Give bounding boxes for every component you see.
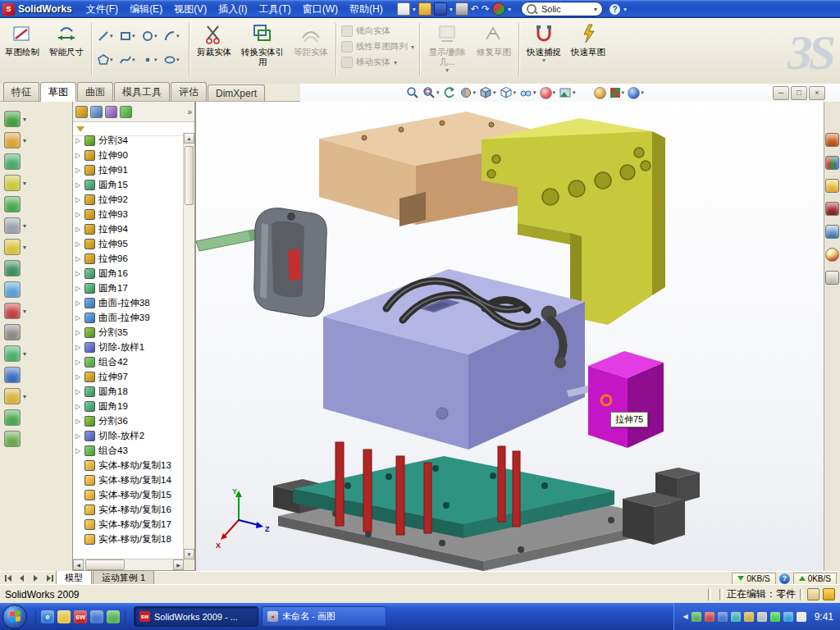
left-toolbar-item[interactable] xyxy=(0,258,72,279)
expand-arrow-icon[interactable]: ▷ xyxy=(75,167,84,174)
feature-tree-item[interactable]: ▷实体-移动/复制14 xyxy=(73,472,184,487)
left-toolbar-item[interactable] xyxy=(0,407,72,428)
configurationmanager-tab-icon[interactable] xyxy=(105,106,117,118)
clamp-red-insert[interactable] xyxy=(288,249,301,281)
quick-launch-icon[interactable] xyxy=(107,610,120,623)
yoke-side-face[interactable] xyxy=(652,131,665,295)
feature-tree-item[interactable]: ▷拉伸90 xyxy=(73,148,184,162)
feature-tree-item[interactable]: ▷圆角18 xyxy=(73,384,184,399)
feature-tree-item[interactable]: ▷切除-放样2 xyxy=(73,428,184,443)
scrollbar-thumb[interactable] xyxy=(85,559,125,570)
tray-icon[interactable] xyxy=(705,612,714,622)
rectangle-tool[interactable]: ▾ xyxy=(119,25,139,47)
flyout-arrow-icon[interactable]: ▾ xyxy=(176,57,180,63)
offset-entities-button[interactable]: 等距实体 xyxy=(289,18,333,84)
flyout-arrow-icon[interactable]: ▾ xyxy=(132,57,135,63)
feature-tree-item[interactable]: ▷圆角19 xyxy=(73,399,184,413)
left-toolbar-item[interactable] xyxy=(0,364,72,386)
taskbar-task-paint[interactable]: ● 未命名 - 画图 xyxy=(262,606,386,627)
feature-tree-item[interactable]: ▷拉伸96 xyxy=(73,251,184,266)
quick-launch-icon[interactable] xyxy=(57,610,71,623)
model-part-magenta-block[interactable] xyxy=(588,351,664,448)
scrollbar-thumb[interactable] xyxy=(185,146,194,205)
flyout-arrow-icon[interactable]: ▾ xyxy=(154,33,158,39)
feature-tree-item[interactable]: ▷拉伸97 xyxy=(73,369,184,384)
flyout-arrow-icon[interactable]: ▾ xyxy=(23,308,26,315)
model-part-mold-body[interactable] xyxy=(323,269,590,450)
polygon-tool[interactable]: ▾ xyxy=(97,48,117,71)
feature-tree-item[interactable]: ▷分割35 xyxy=(73,325,184,340)
expand-arrow-icon[interactable]: ▷ xyxy=(75,388,84,395)
flyout-arrow-icon[interactable]: ▾ xyxy=(436,89,440,96)
feature-tree-item[interactable]: ▷圆角17 xyxy=(73,281,184,295)
quick-snaps-button[interactable]: 快速捕捉 ▾ xyxy=(522,18,566,84)
flyout-arrow-icon[interactable]: ▾ xyxy=(445,66,449,74)
tab-surfaces[interactable]: 曲面 xyxy=(77,82,113,101)
left-toolbar-item[interactable] xyxy=(0,428,72,450)
search-input[interactable] xyxy=(540,3,591,15)
feature-tree-item[interactable]: ▷拉伸92 xyxy=(73,192,184,207)
minimize-button[interactable]: ─ xyxy=(773,86,789,100)
quick-launch-icon[interactable] xyxy=(90,610,103,623)
taskbar-task-solidworks[interactable]: sw SolidWorks 2009 - ... xyxy=(134,606,258,627)
feature-tree-item[interactable]: ▷实体-移动/复制16 xyxy=(73,502,184,517)
save-icon[interactable] xyxy=(434,2,447,16)
flyout-arrow-icon[interactable]: ▾ xyxy=(176,33,180,39)
search-box[interactable]: ▾ xyxy=(521,2,603,16)
flyout-arrow-icon[interactable]: ▾ xyxy=(110,57,113,63)
magenta-front-face[interactable] xyxy=(588,366,628,448)
tab-sketch[interactable]: 草图 xyxy=(40,82,76,102)
scroll-left-icon[interactable]: ◀ xyxy=(73,559,84,570)
tray-icon[interactable] xyxy=(718,612,728,622)
undo-icon[interactable]: ↶ xyxy=(471,3,479,15)
feature-tree-item[interactable]: ▷拉伸94 xyxy=(73,221,184,236)
flyout-arrow-icon[interactable]: ▾ xyxy=(23,393,26,400)
quick-launch-icon[interactable]: e xyxy=(41,610,54,623)
expand-arrow-icon[interactable]: ▷ xyxy=(75,403,84,410)
save-flyout-arrow-icon[interactable]: ▾ xyxy=(450,6,453,13)
expand-arrow-icon[interactable]: ▷ xyxy=(75,358,84,366)
view-palette-icon[interactable] xyxy=(825,225,839,239)
menu-window[interactable]: 窗口(W) xyxy=(297,1,344,18)
flyout-arrow-icon[interactable]: ▾ xyxy=(411,43,414,51)
feature-tree-item[interactable]: ▷拉伸93 xyxy=(73,207,184,221)
menu-tools[interactable]: 工具(T) xyxy=(253,1,296,18)
feature-tree-item[interactable]: ▷圆角15 xyxy=(73,177,184,192)
quick-launch-icon[interactable]: sw xyxy=(74,610,87,623)
ellipse-tool[interactable]: ▾ xyxy=(163,48,184,71)
previous-tab-button[interactable] xyxy=(16,573,28,584)
feature-tree-item[interactable]: ▷拉伸91 xyxy=(73,162,184,177)
propertymanager-tab-icon[interactable] xyxy=(90,106,103,118)
print-icon[interactable] xyxy=(455,2,468,16)
scroll-down-icon[interactable]: ▼ xyxy=(184,549,194,559)
appearances-icon[interactable] xyxy=(825,248,839,262)
tab-evaluate[interactable]: 评估 xyxy=(171,82,207,101)
display-delete-relations-button[interactable]: 显示/删除几... ▾ xyxy=(422,18,472,84)
flyout-arrow-icon[interactable]: ▾ xyxy=(533,89,536,96)
feature-tree-item[interactable]: ▷分割36 xyxy=(73,413,184,428)
tray-icon[interactable] xyxy=(797,612,806,622)
network-help-icon[interactable]: ? xyxy=(779,573,790,584)
flyout-arrow-icon[interactable]: ▾ xyxy=(132,33,135,39)
tray-icon[interactable] xyxy=(757,612,767,622)
linear-sketch-pattern-button[interactable]: 线性草图阵列▾ xyxy=(341,41,414,52)
toolbar-flyout-arrow-icon[interactable]: ▾ xyxy=(508,6,511,13)
graphics-viewport[interactable]: Y X Z 拉伸75 xyxy=(195,102,824,571)
expand-arrow-icon[interactable]: ▷ xyxy=(75,226,84,233)
left-toolbar-item[interactable]: ▾ xyxy=(0,172,72,194)
zoom-area-button[interactable]: ▾ xyxy=(422,86,441,99)
tray-icon[interactable] xyxy=(744,612,754,622)
tab-dimxpert[interactable]: DimXpert xyxy=(208,84,265,101)
pattern-swatch-button[interactable]: ▾ xyxy=(609,87,626,98)
quick-tips-icon[interactable] xyxy=(823,588,835,600)
point-tool[interactable]: ▾ xyxy=(141,48,162,71)
search-dropdown-arrow-icon[interactable]: ▾ xyxy=(594,6,597,13)
last-tab-button[interactable] xyxy=(43,573,56,584)
solidworks-resources-icon[interactable] xyxy=(825,202,839,216)
feature-tree-item[interactable]: ▷切除-放样1 xyxy=(73,340,184,354)
new-flyout-arrow-icon[interactable]: ▾ xyxy=(413,6,416,13)
expand-arrow-icon[interactable]: ▷ xyxy=(75,299,84,307)
left-toolbar-item[interactable]: ▾ xyxy=(0,300,72,322)
tray-icon[interactable] xyxy=(731,612,741,622)
rebuild-icon[interactable] xyxy=(492,2,505,16)
